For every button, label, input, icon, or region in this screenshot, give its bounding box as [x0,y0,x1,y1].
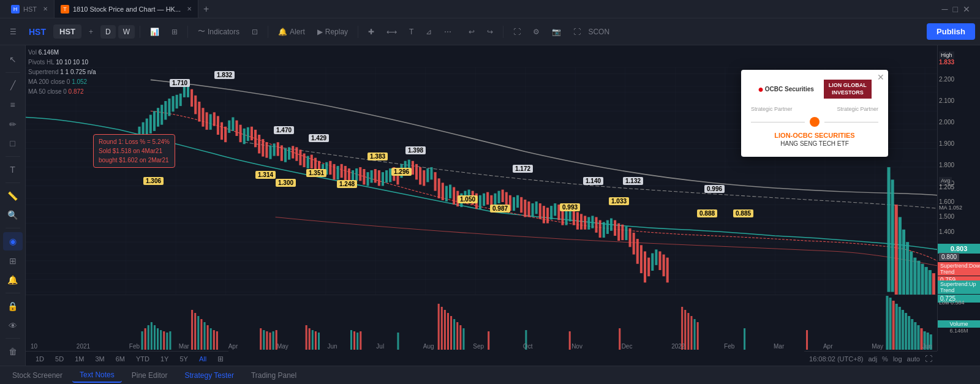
interval-d[interactable]: D [100,25,116,39]
menu-button[interactable]: ☰ [5,25,21,39]
camera-button[interactable]: 📷 [547,25,566,39]
period-5y[interactable]: 5Y [175,354,192,364]
svg-rect-57 [299,149,301,165]
svg-rect-142 [617,224,620,241]
redo-button[interactable]: ↪ [482,25,498,39]
window-maximize[interactable]: □ [953,4,958,14]
tab-trading[interactable]: Trading Panel [244,369,304,382]
publish-button[interactable]: Publish [927,23,975,40]
period-3m[interactable]: 3M [90,354,109,364]
eye-tool[interactable]: 👁 [3,317,23,335]
alerts-sidebar[interactable]: 🔔 [3,271,23,289]
svg-rect-26 [183,86,186,97]
replay-button[interactable]: ▶ Replay [312,25,353,39]
period-1y[interactable]: 1Y [156,354,173,364]
lock-tool[interactable]: 🔒 [3,297,23,315]
trash-tool[interactable]: 🗑 [3,342,23,361]
svg-rect-21 [164,101,167,120]
svg-rect-68 [341,164,343,178]
text-tool-sidebar[interactable]: T [3,160,23,179]
chart-type-button[interactable]: 📊 [145,25,164,39]
label-0987: 0.987 [490,205,510,213]
tab-pine[interactable]: Pine Editor [124,369,175,382]
horizontal-line-tool[interactable]: ⟷ [382,25,402,39]
tab-screener[interactable]: Stock Screener [5,369,70,382]
tab-chart-close[interactable]: ✕ [187,6,192,12]
active-tool[interactable]: ◉ [3,232,23,250]
alert-button[interactable]: 🔔 Alert [273,25,310,39]
measure-tool[interactable]: ⊿ [421,25,437,39]
svg-rect-78 [378,170,380,186]
label-0888: 0.888 [697,209,717,217]
crosshair-tool[interactable]: ✚ [363,25,379,39]
partner-labels: Strategic Partner Strategic Partner [751,106,878,112]
tab-hst-close[interactable]: ✕ [43,6,48,12]
price-1400: 1.400 [939,228,954,235]
label-1033: 1.033 [609,197,629,205]
period-ytd[interactable]: YTD [131,354,154,364]
svg-rect-91 [426,168,429,182]
layers-tool[interactable]: ⊞ [3,252,23,270]
svg-rect-133 [584,216,586,229]
expand-button[interactable]: ⛶ [568,25,586,39]
label-1140: 1.140 [583,177,603,185]
price-2100: 2.100 [939,97,954,104]
expand-chart-button[interactable]: ⛶ [925,355,932,363]
ma-label: MA 1.052 [939,204,962,211]
measure-tool-sidebar[interactable]: 📏 [3,187,23,205]
svg-rect-140 [610,218,612,230]
period-5d[interactable]: 5D [50,354,69,364]
label-1314: 1.314 [255,171,276,179]
undo-button[interactable]: ↩ [464,25,480,39]
drawing-tools-button[interactable]: ⊞ [167,25,183,39]
ad-subtitle: HANG SENG TECH ETF [751,140,878,147]
sidebar-sep-1 [6,72,20,73]
period-1d[interactable]: 1D [31,354,49,364]
svg-rect-139 [606,220,609,234]
zoom-tool[interactable]: 🔍 [3,206,23,224]
templates-button[interactable]: ⊡ [247,25,263,39]
ad-close-button[interactable]: ✕ [877,72,884,82]
svg-rect-151 [651,253,654,271]
fullscreen-button[interactable]: ⛶ [508,25,526,39]
log-label[interactable]: log [893,355,902,363]
text-tool[interactable]: T [404,25,418,39]
period-1m[interactable]: 1M [70,354,89,364]
toolbar-separator-1 [140,26,140,38]
auto-label[interactable]: auto [907,355,920,363]
pct-label[interactable]: % [882,355,888,363]
svg-rect-143 [621,225,624,240]
chart-container[interactable]: Vol 6.146M Pivots HL 10 10 10 10 Supertr… [26,45,937,366]
tab-notes[interactable]: Text Notes [72,368,122,383]
fibonacci-tool[interactable]: ≡ [3,96,23,114]
brush-tool[interactable]: ✏ [3,115,23,134]
period-all[interactable]: All [194,354,211,364]
settings-button[interactable]: ⚙ [528,25,545,39]
avg-label: Avg 1.205 [939,177,954,190]
new-tab-button[interactable]: + [198,4,214,15]
more-tools[interactable]: ⋯ [439,25,456,39]
add-symbol-button[interactable]: + [84,25,98,39]
symbol-search[interactable]: HST [53,24,81,39]
period-6m[interactable]: 6M [111,354,130,364]
adj-label[interactable]: adj [868,355,877,363]
ocbc-logo: ● OCBC Securities [758,84,814,95]
tab-hst[interactable]: H HST ✕ [5,0,55,18]
window-close[interactable]: ✕ [963,4,970,14]
tab-strategy[interactable]: Strategy Tester [177,369,241,382]
label-0996: 0.996 [704,185,725,193]
label-1470: 1.470 [274,126,294,134]
svg-rect-120 [535,201,538,214]
label-1132: 1.132 [623,177,643,185]
trend-line-tool[interactable]: ╱ [3,77,23,95]
tab-chart[interactable]: T 1810 Stock Price and Chart — HK... ✕ [55,0,198,18]
cursor-tool[interactable]: ↖ [3,50,23,69]
indicators-button[interactable]: 〜 Indicators [193,24,244,39]
shape-tool[interactable]: □ [3,135,23,153]
interval-w[interactable]: W [118,25,135,39]
svg-rect-28 [190,89,193,107]
status-bar-right: 16:08:02 (UTC+8) adj % log auto ⛶ [804,351,937,366]
compare-icon[interactable]: ⊞ [217,355,224,363]
window-minimize[interactable]: ─ [942,4,948,14]
svg-rect-75 [366,172,369,186]
